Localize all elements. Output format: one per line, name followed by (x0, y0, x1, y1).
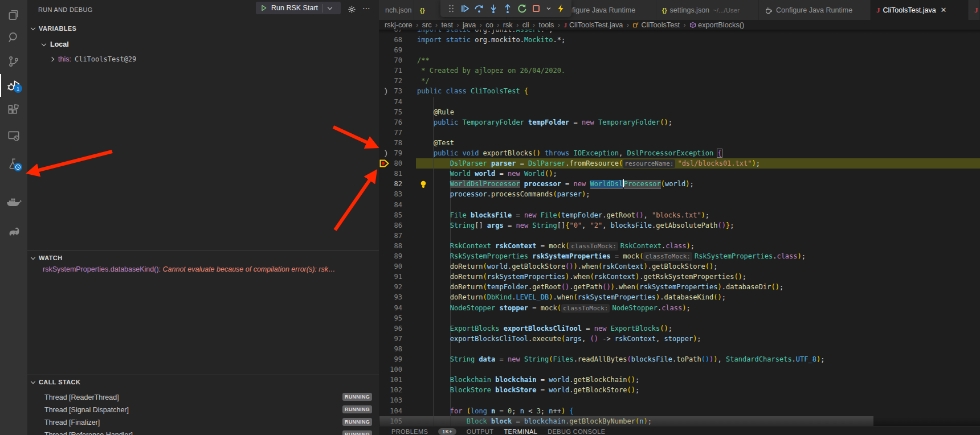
line-number[interactable]: 102 (379, 385, 402, 395)
run-config-dropdown[interactable]: Run RSK Start (256, 2, 341, 14)
activity-search-icon[interactable] (0, 25, 27, 50)
line-number[interactable]: 77 (379, 128, 402, 138)
json-icon: {} (662, 7, 667, 14)
line-number[interactable]: 72 (379, 76, 402, 86)
panel-tab-debug-console[interactable]: DEBUG CONSOLE (548, 427, 605, 435)
line-number[interactable]: 95 (379, 313, 402, 323)
restart-icon[interactable] (517, 3, 527, 14)
sidebar-title: RUN AND DEBUG (38, 6, 93, 13)
tab-label: settings.json (670, 6, 709, 14)
line-number[interactable]: 86 (379, 220, 402, 231)
code-editor[interactable]: 67import static org.junit.Assert.*;68imp… (379, 0, 980, 426)
variable-this-row[interactable]: this:CliToolsTest@29 (50, 55, 136, 63)
line-number[interactable]: 71 (379, 65, 402, 76)
hot-code-replace-icon[interactable] (556, 3, 565, 14)
step-over-icon[interactable] (474, 3, 484, 14)
line-number[interactable]: 93 (379, 292, 402, 302)
tab-CliToolsTest.java[interactable]: JCliToolsTest.java✕ (871, 0, 969, 20)
gear-icon[interactable] (348, 5, 356, 14)
stop-icon[interactable] (531, 3, 541, 14)
line-number[interactable]: 74 (379, 97, 402, 107)
line-number[interactable]: 75 (379, 107, 402, 117)
tab-nch.json[interactable]: nch.json (379, 0, 414, 20)
activity-docker-icon[interactable] (0, 191, 27, 216)
line-number[interactable]: 103 (379, 395, 402, 405)
activity-explorer-icon[interactable] (0, 2, 27, 27)
step-out-icon[interactable] (503, 3, 513, 14)
more-actions-icon[interactable]: ⋯ (362, 3, 371, 13)
watch-section-header[interactable]: WATCH (27, 252, 379, 264)
chevron-down-icon[interactable] (545, 5, 552, 12)
activity-test-flask-icon[interactable] (0, 151, 27, 177)
close-icon[interactable]: ✕ (941, 6, 947, 14)
thread-label: Thread [Signal Dispatcher] (44, 406, 129, 414)
line-number[interactable]: 96 (379, 323, 402, 334)
breadcrumb[interactable]: rskj-core›src›test›java›co›rsk›cli›tools… (379, 20, 980, 30)
breadcrumb-method[interactable]: exportBlocks() (698, 21, 744, 29)
activity-gradle-icon[interactable] (0, 219, 27, 244)
line-number[interactable]: 82 (379, 179, 402, 189)
activity-source-control-icon[interactable] (0, 49, 27, 74)
breadcrumb-item[interactable]: rsk (503, 21, 513, 29)
activity-remote-explorer-icon[interactable] (0, 124, 27, 149)
line-number[interactable]: 87 (379, 231, 402, 241)
line-number[interactable]: 76 (379, 117, 402, 128)
watch-expression-row[interactable]: rskSystemProperties.databaseKind(): Cann… (43, 265, 335, 273)
code-line: RskContext rskContext = mock(classToMock… (417, 241, 695, 251)
call-stack-thread-row[interactable]: Thread [Finalizer]RUNNING (27, 416, 379, 429)
code-line: File blocksFile = new File(tempFolder.ge… (417, 210, 709, 220)
call-stack-thread-row[interactable]: Thread [Reference Handler]RUNNING (27, 429, 379, 435)
panel-tab-problems[interactable]: PROBLEMS (391, 427, 428, 435)
line-number[interactable]: 83 (379, 189, 402, 199)
variables-scope-local[interactable]: Local (42, 40, 69, 48)
panel-tab-bar: PROBLEMS1K+OUTPUTTERMINALDEBUG CONSOLE (379, 426, 980, 435)
code-line: doReturn(tempFolder.getRoot().getPath())… (417, 282, 783, 292)
line-number[interactable]: 101 (379, 375, 402, 385)
code-line: for (long n = 0; n < 3; n++) { (417, 406, 574, 416)
tab-hidden[interactable]: J (969, 0, 980, 20)
call-stack-section-header[interactable]: CALL STACK (27, 376, 379, 388)
breadcrumb-class[interactable]: CliToolsTest (641, 21, 680, 29)
line-number[interactable]: 104 (379, 406, 402, 416)
breadcrumb-item[interactable]: src (422, 21, 432, 29)
line-number[interactable]: 70 (379, 55, 402, 65)
vscode-window: 1 RUN AND DEBUG Run RSK Start ⋯ VARIABLE… (0, 0, 980, 435)
tab-settings.json[interactable]: {}settings.json~/.../User (656, 0, 759, 20)
line-number[interactable]: 68 (379, 35, 402, 45)
line-number[interactable]: 90 (379, 261, 402, 272)
line-number[interactable]: 69 (379, 45, 402, 55)
activity-run-debug-icon[interactable] (0, 73, 27, 98)
tab-Configure Java Runtime[interactable]: Configure Java Runtime (759, 0, 871, 20)
panel-tab-terminal[interactable]: TERMINAL (504, 427, 537, 435)
line-number[interactable]: 84 (379, 200, 402, 210)
breadcrumb-item[interactable]: co (485, 21, 493, 29)
line-number[interactable]: 94 (379, 303, 402, 313)
breadcrumb-item[interactable]: tools (539, 21, 554, 29)
variables-section-header[interactable]: VARIABLES (27, 22, 379, 35)
line-number[interactable]: 78 (379, 138, 402, 148)
call-stack-thread-row[interactable]: Thread [ReaderThread]RUNNING (27, 391, 379, 404)
line-number[interactable]: 91 (379, 272, 402, 282)
line-number[interactable]: 98 (379, 344, 402, 354)
step-into-icon[interactable] (488, 3, 499, 14)
breadcrumb-item[interactable]: java (463, 21, 476, 29)
continue-icon[interactable] (460, 3, 470, 14)
lightbulb-icon[interactable] (419, 180, 427, 191)
line-number[interactable]: 85 (379, 210, 402, 220)
divider (322, 4, 323, 13)
breadcrumb-item[interactable]: cli (522, 21, 529, 29)
line-number[interactable]: 88 (379, 241, 402, 251)
line-number[interactable]: 97 (379, 334, 402, 344)
breadcrumb-item[interactable]: test (442, 21, 453, 29)
call-stack-thread-row[interactable]: Thread [Signal Dispatcher]RUNNING (27, 404, 379, 416)
breadcrumb-item[interactable]: rskj-core (385, 21, 413, 29)
gripper-icon[interactable] (447, 2, 456, 15)
line-number[interactable]: 100 (379, 364, 402, 375)
line-number[interactable]: 92 (379, 282, 402, 292)
java-icon: J (564, 22, 567, 28)
breadcrumb-file[interactable]: CliToolsTest.java (569, 21, 623, 29)
line-number[interactable]: 89 (379, 251, 402, 261)
panel-tab-output[interactable]: OUTPUT (467, 427, 494, 435)
activity-extensions-icon[interactable] (0, 98, 27, 123)
line-number[interactable]: 99 (379, 354, 402, 364)
